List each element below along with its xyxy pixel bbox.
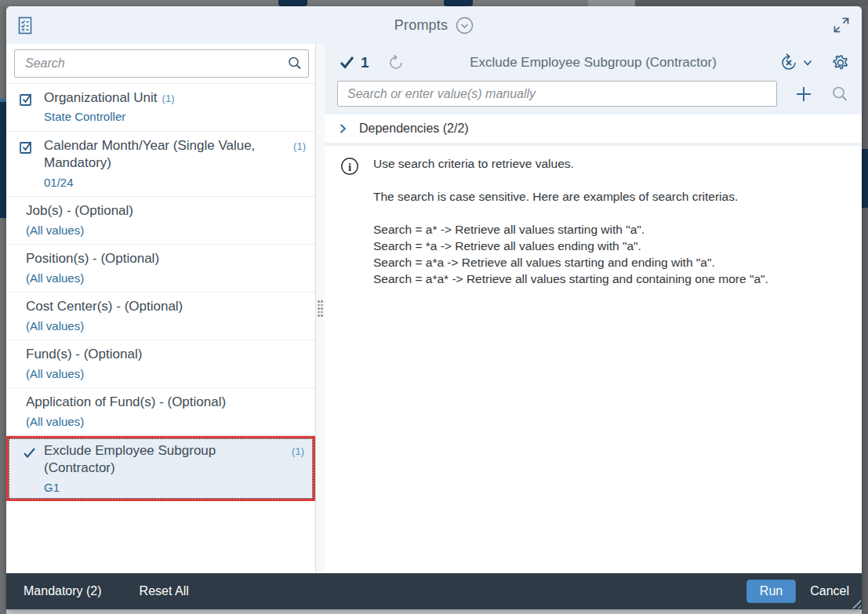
info-icon: i: [340, 157, 359, 176]
prompt-item-exclude-employee-subgroup[interactable]: Exclude Employee Subgroup (Contractor) (…: [6, 436, 315, 501]
prompt-item-value: G1: [44, 480, 304, 496]
selected-values-count: 1: [339, 54, 369, 71]
background-page-top-strip: [0, 0, 868, 6]
prompt-item-value: (All values): [26, 318, 304, 334]
prompt-item-label: Organizational Unit: [44, 89, 158, 107]
value-search-box: [337, 81, 777, 107]
search-icon[interactable]: [829, 83, 851, 105]
prompt-search-area: [6, 44, 315, 83]
dependencies-label: Dependencies (2/2): [359, 122, 469, 136]
prompt-search-input[interactable]: [15, 50, 281, 77]
reset-all-button[interactable]: Reset All: [132, 579, 197, 603]
prompt-item-organizational-unit[interactable]: Organizational Unit (1) State Controller: [6, 84, 315, 132]
run-button[interactable]: Run: [746, 579, 796, 603]
prompt-item-value: (All values): [26, 223, 304, 238]
prompt-item-jobs[interactable]: Job(s) - (Optional) (All values): [6, 197, 315, 245]
prompt-item-calendar-month-year[interactable]: (1) Calendar Month/Year (Single Value, M…: [6, 132, 315, 197]
prompt-item-funds[interactable]: Fund(s) - (Optional) (All values): [6, 340, 315, 388]
prompt-detail-panel: Exclude Employee Subgroup (Contractor) 1: [325, 44, 862, 573]
dialog-footer: Mandatory (2) Reset All Run Cancel: [6, 573, 862, 609]
prompt-item-label: Calendar Month/Year (Single Value, Manda…: [44, 137, 287, 173]
dialog-title: Prompts: [394, 17, 448, 34]
prompt-item-count: (1): [292, 445, 304, 457]
prompt-item-value: State Controller: [44, 109, 304, 125]
background-navy-block: [862, 149, 868, 208]
panel-splitter[interactable]: [316, 44, 325, 573]
info-intro: Use search criteria to retrieve values.: [373, 155, 768, 172]
expand-icon[interactable]: [832, 16, 851, 35]
chevron-down-icon: [802, 57, 813, 68]
reset-values-button[interactable]: [777, 51, 815, 74]
value-search-input[interactable]: [338, 82, 776, 106]
info-example-line: Search = *a -> Retrieve all values endin…: [373, 238, 768, 254]
gear-icon[interactable]: [830, 53, 851, 73]
value-search-row: [325, 81, 862, 107]
dialog-title-group: Prompts: [6, 6, 862, 44]
mandatory-filter-button[interactable]: Mandatory (2): [16, 579, 110, 603]
splitter-dots-handle[interactable]: [318, 300, 323, 317]
chevron-down-circle-icon[interactable]: [456, 16, 474, 35]
selected-check-icon: [21, 445, 38, 461]
prompt-item-count: (1): [162, 93, 175, 104]
selected-count-number: 1: [361, 54, 369, 71]
info-case-note: The search is case sensitive. Here are e…: [373, 188, 768, 205]
chevron-right-icon: [337, 123, 348, 134]
prompt-search-box: [14, 49, 309, 78]
background-left-strip: [0, 6, 6, 614]
detail-header-actions: [777, 51, 851, 74]
background-tab: [278, 0, 307, 6]
prompt-item-label: Exclude Employee Subgroup (Contractor): [44, 442, 287, 478]
checkbox-checked-icon: [19, 92, 36, 107]
dialog-header: Prompts: [6, 6, 862, 44]
background-right-strip: [862, 6, 868, 614]
prompt-item-label: Application of Fund(s) - (Optional): [26, 394, 226, 411]
dependencies-section-toggle[interactable]: Dependencies (2/2): [325, 114, 862, 146]
prompt-item-label: Position(s) - (Optional): [26, 250, 159, 267]
prompt-item-cost-centers[interactable]: Cost Center(s) - (Optional) (All values): [6, 292, 315, 340]
prompt-list: Organizational Unit (1) State Controller…: [6, 83, 315, 573]
refresh-icon[interactable]: [387, 53, 405, 72]
prompt-item-count: (1): [293, 140, 306, 152]
svg-text:i: i: [348, 161, 351, 173]
prompt-item-application-of-funds[interactable]: Application of Fund(s) - (Optional) (All…: [6, 388, 315, 436]
dialog-content: Organizational Unit (1) State Controller…: [6, 44, 862, 573]
info-examples: Search = a* -> Retrieve all values start…: [373, 221, 768, 287]
detail-header-area: Exclude Employee Subgroup (Contractor) 1: [325, 44, 862, 114]
prompt-item-value: (All values): [26, 271, 304, 286]
selected-check-icon: [339, 55, 356, 71]
prompt-list-panel: Organizational Unit (1) State Controller…: [6, 44, 316, 573]
footer-actions: Run Cancel: [746, 579, 852, 603]
plus-icon[interactable]: [793, 83, 815, 105]
reset-values-icon: [779, 53, 799, 73]
info-text: Use search criteria to retrieve values. …: [373, 155, 768, 287]
detail-header-row: Exclude Employee Subgroup (Contractor) 1: [325, 44, 862, 81]
background-navy-block: [0, 102, 6, 218]
prompt-item-value: 01/24: [44, 175, 304, 191]
prompt-item-value: (All values): [26, 414, 304, 430]
prompt-item-label: Job(s) - (Optional): [26, 202, 133, 220]
info-example-line: Search = a* -> Retrieve all values start…: [373, 221, 768, 238]
background-dark-segment: [635, 0, 868, 6]
search-icon[interactable]: [281, 50, 308, 77]
info-example-line: Search = a*a -> Retrieve all values star…: [373, 254, 768, 271]
cancel-button[interactable]: Cancel: [807, 579, 852, 603]
prompt-item-positions[interactable]: Position(s) - (Optional) (All values): [6, 245, 315, 292]
prompts-dialog: Prompts: [6, 6, 862, 609]
search-criteria-info: i Use search criteria to retrieve values…: [325, 146, 862, 287]
info-example-line: Search = a*a* -> Retrieve all values sta…: [373, 271, 768, 287]
checkbox-checked-icon: [19, 140, 36, 155]
prompt-item-label: Cost Center(s) - (Optional): [26, 298, 183, 315]
background-tab: [588, 0, 635, 6]
prompt-item-label: Fund(s) - (Optional): [26, 346, 142, 363]
background-tab: [444, 0, 473, 6]
prompt-item-value: (All values): [26, 366, 304, 382]
background-bottom-strip: [6, 609, 862, 614]
